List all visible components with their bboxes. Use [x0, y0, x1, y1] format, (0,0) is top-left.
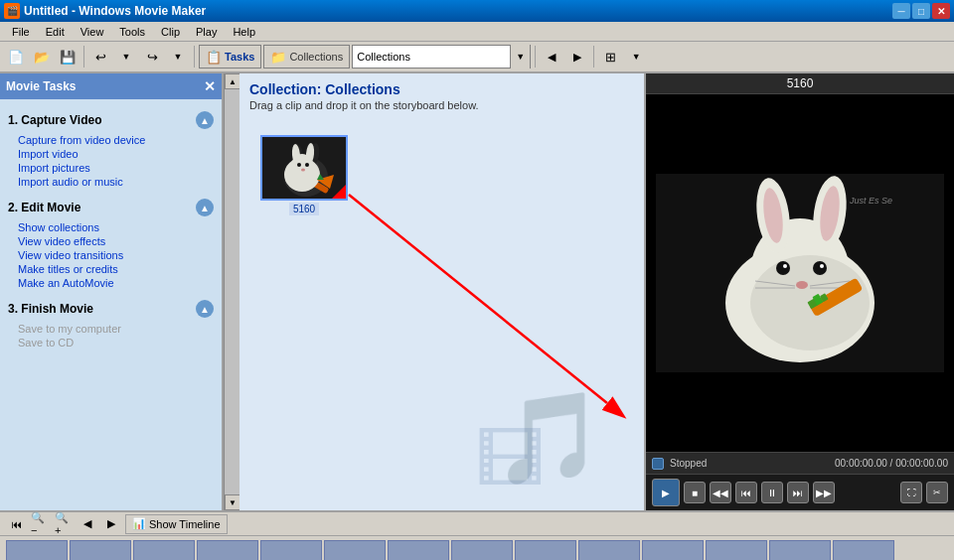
redo-arrow[interactable]: ▼: [166, 45, 190, 69]
play-button[interactable]: ▶: [652, 479, 680, 506]
storyboard-cell-13[interactable]: [769, 540, 831, 560]
back-button[interactable]: ◀: [540, 45, 563, 69]
storyboard-container: ⏮ 🔍− 🔍+ ◀ ▶ 📊 Show Timeline Drag media t…: [0, 510, 954, 560]
menu-file[interactable]: File: [4, 24, 38, 40]
menu-play[interactable]: Play: [188, 24, 225, 40]
storyboard-cell-8[interactable]: [451, 540, 513, 560]
collections-dropdown-arrow[interactable]: ▼: [510, 45, 530, 69]
import-video-link[interactable]: Import video: [8, 147, 214, 161]
show-timeline-icon: 📊: [132, 517, 146, 530]
fast-forward-button[interactable]: ▶▶: [813, 482, 835, 503]
toolbar-separator-2: [194, 46, 195, 68]
import-pictures-link[interactable]: Import pictures: [8, 161, 214, 175]
storyboard-cell-5[interactable]: [260, 540, 322, 560]
view-video-transitions-link[interactable]: View video transitions: [8, 248, 214, 262]
collections-button[interactable]: 📁 Collections: [263, 45, 350, 69]
main-container: Movie Tasks ✕ 1. Capture Video ▲ Capture…: [0, 73, 954, 510]
storyboard-next-frame-button[interactable]: ▶: [101, 514, 121, 534]
storyboard-cells: [0, 536, 954, 560]
storyboard-cell-14[interactable]: [833, 540, 894, 560]
stop-button[interactable]: ■: [684, 482, 706, 503]
scroll-down-button[interactable]: ▼: [225, 494, 240, 510]
close-button[interactable]: ✕: [932, 3, 950, 19]
storyboard-zoom-out-button[interactable]: 🔍−: [30, 514, 50, 534]
grid-view-button[interactable]: ⊞: [598, 45, 622, 69]
clip-selection-marker: [332, 185, 346, 199]
edit-movie-title: 2. Edit Movie: [8, 201, 80, 214]
stopped-label: Stopped: [670, 458, 707, 469]
clip-label: 5160: [289, 203, 319, 215]
save-button[interactable]: 💾: [56, 45, 80, 69]
maximize-button[interactable]: □: [912, 3, 930, 19]
fullscreen-button[interactable]: ⛶: [900, 482, 922, 503]
tasks-button[interactable]: 📋 Tasks: [199, 45, 261, 69]
rewind-button[interactable]: ◀◀: [710, 482, 731, 503]
save-to-computer-link: Save to my computer: [8, 322, 214, 336]
storyboard-cell-10[interactable]: [578, 540, 640, 560]
storyboard-cell-3[interactable]: [133, 540, 195, 560]
menu-clip[interactable]: Clip: [153, 24, 188, 40]
window-controls: ─ □ ✕: [892, 3, 950, 19]
collection-subtitle: Drag a clip and drop it on the storyboar…: [249, 99, 634, 111]
new-button[interactable]: 📄: [4, 45, 28, 69]
grid-arrow[interactable]: ▼: [624, 45, 648, 69]
import-audio-link[interactable]: Import audio or music: [8, 175, 214, 189]
undo-button[interactable]: ↩: [88, 45, 112, 69]
panel-close-button[interactable]: ✕: [204, 78, 216, 94]
title-bar: 🎬 Untitled - Windows Movie Maker ─ □ ✕: [0, 0, 954, 22]
forward-button[interactable]: ▶: [565, 45, 589, 69]
collections-dropdown[interactable]: Collections ▼: [352, 45, 531, 69]
finish-movie-toggle[interactable]: ▲: [196, 300, 214, 318]
svg-point-10: [297, 163, 301, 167]
storyboard-cell-4[interactable]: [197, 540, 258, 560]
storyboard-cell-9[interactable]: [515, 540, 576, 560]
skip-back-button[interactable]: ⏮: [735, 482, 757, 503]
center-panel: Collection: Collections Drag a clip and …: [239, 73, 646, 510]
edit-movie-toggle[interactable]: ▲: [196, 199, 214, 216]
collection-title: Collection: Collections: [249, 81, 634, 97]
menu-view[interactable]: View: [73, 24, 112, 40]
menu-tools[interactable]: Tools: [111, 24, 153, 40]
make-titles-link[interactable]: Make titles or credits: [8, 262, 214, 276]
timecode-display: 00:00:00.00 / 00:00:00.00: [835, 458, 948, 469]
capture-video-toggle[interactable]: ▲: [196, 111, 214, 129]
scroll-up-button[interactable]: ▲: [225, 73, 240, 89]
storyboard-prev-frame-button[interactable]: ◀: [78, 514, 97, 534]
finish-movie-title: 3. Finish Movie: [8, 302, 93, 316]
left-panel-scrollbar[interactable]: ▲ ▼: [224, 73, 239, 510]
collections-icon: 📁: [270, 50, 286, 65]
storyboard-cell-2[interactable]: [70, 540, 131, 560]
storyboard-cell-11[interactable]: [642, 540, 704, 560]
collections-dropdown-text: Collections: [353, 49, 510, 65]
storyboard-cell-1[interactable]: [6, 540, 68, 560]
pause-button[interactable]: ⏸: [761, 482, 783, 503]
split-button[interactable]: ✂: [926, 482, 948, 503]
menu-help[interactable]: Help: [225, 24, 263, 40]
show-timeline-button[interactable]: 📊 Show Timeline: [125, 514, 228, 534]
storyboard-cell-7[interactable]: [388, 540, 449, 560]
open-button[interactable]: 📂: [30, 45, 54, 69]
window-title: Untitled - Windows Movie Maker: [24, 4, 206, 18]
make-automovie-link[interactable]: Make an AutoMovie: [8, 276, 214, 290]
minimize-button[interactable]: ─: [892, 3, 910, 19]
storyboard-rewind-button[interactable]: ⏮: [6, 514, 26, 534]
preview-controls: ▶ ■ ◀◀ ⏮ ⏸ ⏭ ▶▶ ⛶ ✂: [646, 474, 954, 510]
film-decoration: 🎞: [475, 421, 545, 500]
clip-thumbnail: [260, 135, 348, 201]
menu-edit[interactable]: Edit: [38, 24, 73, 40]
skip-forward-button[interactable]: ⏭: [787, 482, 809, 503]
undo-arrow[interactable]: ▼: [114, 45, 138, 69]
panel-content: 1. Capture Video ▲ Capture from video de…: [0, 99, 222, 510]
capture-video-title: 1. Capture Video: [8, 113, 101, 127]
collections-label: Collections: [289, 51, 343, 63]
status-indicator: [652, 458, 664, 470]
center-content: 5160 🎵 🎞: [239, 115, 644, 510]
storyboard-cell-6[interactable]: [324, 540, 386, 560]
storyboard-zoom-in-button[interactable]: 🔍+: [54, 514, 74, 534]
view-video-effects-link[interactable]: View video effects: [8, 234, 214, 248]
storyboard-cell-12[interactable]: [706, 540, 767, 560]
clip-item[interactable]: 5160: [259, 135, 349, 215]
redo-button[interactable]: ↪: [140, 45, 164, 69]
show-collections-link[interactable]: Show collections: [8, 220, 214, 234]
capture-from-device-link[interactable]: Capture from video device: [8, 133, 214, 147]
